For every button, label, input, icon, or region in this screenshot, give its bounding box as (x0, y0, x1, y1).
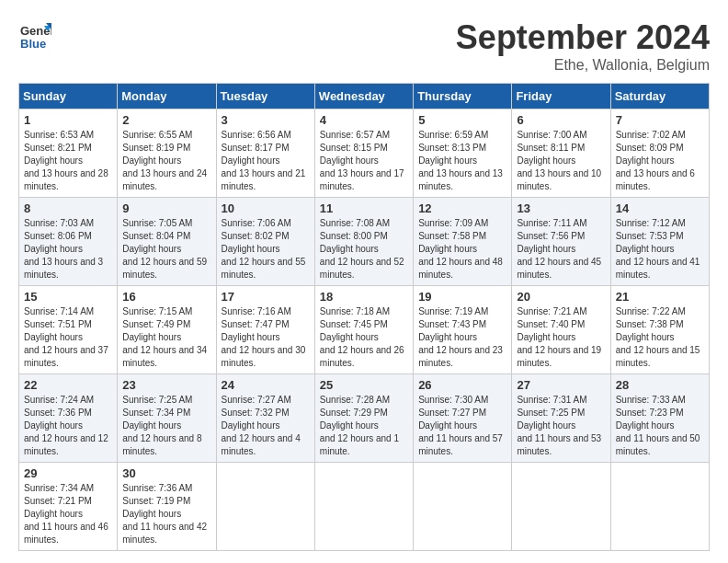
day-info: Sunrise: 7:09 AM Sunset: 7:58 PM Dayligh… (418, 217, 506, 282)
calendar-cell: 9 Sunrise: 7:05 AM Sunset: 8:04 PM Dayli… (118, 198, 216, 286)
title-block: September 2024 Ethe, Wallonia, Belgium (456, 18, 710, 74)
weekday-header: Sunday (19, 84, 118, 109)
calendar-cell: 27 Sunrise: 7:31 AM Sunset: 7:25 PM Dayl… (512, 374, 610, 463)
day-number: 14 (616, 201, 704, 215)
calendar-cell: 15 Sunrise: 7:14 AM Sunset: 7:51 PM Dayl… (19, 286, 118, 374)
calendar-header-row: SundayMondayTuesdayWednesdayThursdayFrid… (19, 84, 710, 109)
day-number: 17 (222, 290, 310, 304)
day-info: Sunrise: 7:03 AM Sunset: 8:06 PM Dayligh… (24, 217, 112, 282)
day-info: Sunrise: 6:55 AM Sunset: 8:19 PM Dayligh… (122, 129, 210, 193)
calendar-cell: 13 Sunrise: 7:11 AM Sunset: 7:56 PM Dayl… (512, 198, 610, 286)
calendar-cell: 26 Sunrise: 7:30 AM Sunset: 7:27 PM Dayl… (414, 374, 512, 463)
day-number: 13 (517, 201, 605, 215)
day-number: 26 (418, 378, 506, 392)
calendar-cell: 4 Sunrise: 6:57 AM Sunset: 8:15 PM Dayli… (314, 109, 413, 198)
calendar-cell: 11 Sunrise: 7:08 AM Sunset: 8:00 PM Dayl… (314, 198, 413, 286)
calendar-table: SundayMondayTuesdayWednesdayThursdayFrid… (18, 83, 710, 551)
day-number: 2 (122, 113, 210, 127)
day-number: 28 (616, 378, 704, 392)
day-info: Sunrise: 7:05 AM Sunset: 8:04 PM Dayligh… (122, 217, 210, 282)
calendar-cell (512, 463, 610, 551)
calendar-cell: 22 Sunrise: 7:24 AM Sunset: 7:36 PM Dayl… (19, 374, 118, 463)
calendar-cell: 7 Sunrise: 7:02 AM Sunset: 8:09 PM Dayli… (610, 109, 709, 198)
calendar-week-row: 29 Sunrise: 7:34 AM Sunset: 7:21 PM Dayl… (19, 463, 710, 551)
calendar-cell: 6 Sunrise: 7:00 AM Sunset: 8:11 PM Dayli… (512, 109, 610, 198)
day-info: Sunrise: 7:06 AM Sunset: 8:02 PM Dayligh… (222, 217, 310, 282)
calendar-cell (314, 463, 413, 551)
calendar-cell: 3 Sunrise: 6:56 AM Sunset: 8:17 PM Dayli… (216, 109, 314, 198)
calendar-cell: 14 Sunrise: 7:12 AM Sunset: 7:53 PM Dayl… (610, 198, 709, 286)
weekday-header: Tuesday (216, 84, 314, 109)
calendar-week-row: 1 Sunrise: 6:53 AM Sunset: 8:21 PM Dayli… (19, 109, 710, 198)
day-number: 12 (418, 201, 506, 215)
calendar-cell: 20 Sunrise: 7:21 AM Sunset: 7:40 PM Dayl… (512, 286, 610, 374)
day-info: Sunrise: 7:33 AM Sunset: 7:23 PM Dayligh… (616, 394, 704, 458)
calendar-body: 1 Sunrise: 6:53 AM Sunset: 8:21 PM Dayli… (19, 109, 710, 551)
day-info: Sunrise: 7:00 AM Sunset: 8:11 PM Dayligh… (517, 129, 605, 193)
calendar-cell: 12 Sunrise: 7:09 AM Sunset: 7:58 PM Dayl… (414, 198, 512, 286)
day-number: 30 (122, 466, 210, 480)
calendar-cell: 18 Sunrise: 7:18 AM Sunset: 7:45 PM Dayl… (314, 286, 413, 374)
calendar-cell: 25 Sunrise: 7:28 AM Sunset: 7:29 PM Dayl… (314, 374, 413, 463)
day-info: Sunrise: 6:59 AM Sunset: 8:13 PM Dayligh… (418, 129, 506, 193)
calendar-cell: 16 Sunrise: 7:15 AM Sunset: 7:49 PM Dayl… (118, 286, 216, 374)
day-number: 22 (24, 378, 112, 392)
logo-icon: General Blue (18, 18, 51, 52)
day-info: Sunrise: 7:11 AM Sunset: 7:56 PM Dayligh… (517, 217, 605, 282)
weekday-header: Friday (512, 84, 610, 109)
calendar-cell: 21 Sunrise: 7:22 AM Sunset: 7:38 PM Dayl… (610, 286, 709, 374)
weekday-header: Wednesday (314, 84, 413, 109)
location-title: Ethe, Wallonia, Belgium (456, 57, 710, 74)
calendar-cell (216, 463, 314, 551)
day-number: 21 (616, 290, 704, 304)
day-number: 20 (517, 290, 605, 304)
calendar-cell: 30 Sunrise: 7:36 AM Sunset: 7:19 PM Dayl… (118, 463, 216, 551)
calendar-cell: 5 Sunrise: 6:59 AM Sunset: 8:13 PM Dayli… (414, 109, 512, 198)
day-number: 6 (517, 113, 605, 127)
day-number: 3 (222, 113, 310, 127)
day-number: 1 (24, 113, 112, 127)
day-info: Sunrise: 7:30 AM Sunset: 7:27 PM Dayligh… (418, 394, 506, 458)
svg-text:Blue: Blue (20, 37, 46, 51)
calendar-cell: 17 Sunrise: 7:16 AM Sunset: 7:47 PM Dayl… (216, 286, 314, 374)
day-info: Sunrise: 7:24 AM Sunset: 7:36 PM Dayligh… (24, 394, 112, 458)
day-number: 24 (222, 378, 310, 392)
day-info: Sunrise: 7:27 AM Sunset: 7:32 PM Dayligh… (222, 394, 310, 458)
day-number: 7 (616, 113, 704, 127)
logo: General Blue (18, 18, 51, 52)
day-info: Sunrise: 7:12 AM Sunset: 7:53 PM Dayligh… (616, 217, 704, 282)
day-number: 11 (320, 201, 408, 215)
day-info: Sunrise: 7:31 AM Sunset: 7:25 PM Dayligh… (517, 394, 605, 458)
day-number: 9 (122, 201, 210, 215)
day-info: Sunrise: 7:22 AM Sunset: 7:38 PM Dayligh… (616, 305, 704, 370)
day-info: Sunrise: 6:56 AM Sunset: 8:17 PM Dayligh… (222, 129, 310, 193)
day-info: Sunrise: 7:28 AM Sunset: 7:29 PM Dayligh… (320, 394, 408, 458)
day-info: Sunrise: 7:19 AM Sunset: 7:43 PM Dayligh… (418, 305, 506, 370)
calendar-cell: 19 Sunrise: 7:19 AM Sunset: 7:43 PM Dayl… (414, 286, 512, 374)
calendar-cell: 8 Sunrise: 7:03 AM Sunset: 8:06 PM Dayli… (19, 198, 118, 286)
day-number: 10 (222, 201, 310, 215)
day-info: Sunrise: 7:14 AM Sunset: 7:51 PM Dayligh… (24, 305, 112, 370)
day-info: Sunrise: 7:36 AM Sunset: 7:19 PM Dayligh… (122, 482, 210, 546)
day-number: 19 (418, 290, 506, 304)
day-info: Sunrise: 6:53 AM Sunset: 8:21 PM Dayligh… (24, 129, 112, 193)
day-info: Sunrise: 7:34 AM Sunset: 7:21 PM Dayligh… (24, 482, 112, 546)
day-number: 23 (122, 378, 210, 392)
day-info: Sunrise: 7:16 AM Sunset: 7:47 PM Dayligh… (222, 305, 310, 370)
calendar-week-row: 8 Sunrise: 7:03 AM Sunset: 8:06 PM Dayli… (19, 198, 710, 286)
calendar-week-row: 15 Sunrise: 7:14 AM Sunset: 7:51 PM Dayl… (19, 286, 710, 374)
day-number: 15 (24, 290, 112, 304)
calendar-cell: 28 Sunrise: 7:33 AM Sunset: 7:23 PM Dayl… (610, 374, 709, 463)
weekday-header: Saturday (610, 84, 709, 109)
calendar-cell: 2 Sunrise: 6:55 AM Sunset: 8:19 PM Dayli… (118, 109, 216, 198)
calendar-cell: 29 Sunrise: 7:34 AM Sunset: 7:21 PM Dayl… (19, 463, 118, 551)
day-number: 25 (320, 378, 408, 392)
calendar-cell (414, 463, 512, 551)
day-number: 16 (122, 290, 210, 304)
calendar-cell: 1 Sunrise: 6:53 AM Sunset: 8:21 PM Dayli… (19, 109, 118, 198)
day-info: Sunrise: 7:15 AM Sunset: 7:49 PM Dayligh… (122, 305, 210, 370)
day-number: 27 (517, 378, 605, 392)
day-info: Sunrise: 7:18 AM Sunset: 7:45 PM Dayligh… (320, 305, 408, 370)
day-info: Sunrise: 7:08 AM Sunset: 8:00 PM Dayligh… (320, 217, 408, 282)
calendar-week-row: 22 Sunrise: 7:24 AM Sunset: 7:36 PM Dayl… (19, 374, 710, 463)
